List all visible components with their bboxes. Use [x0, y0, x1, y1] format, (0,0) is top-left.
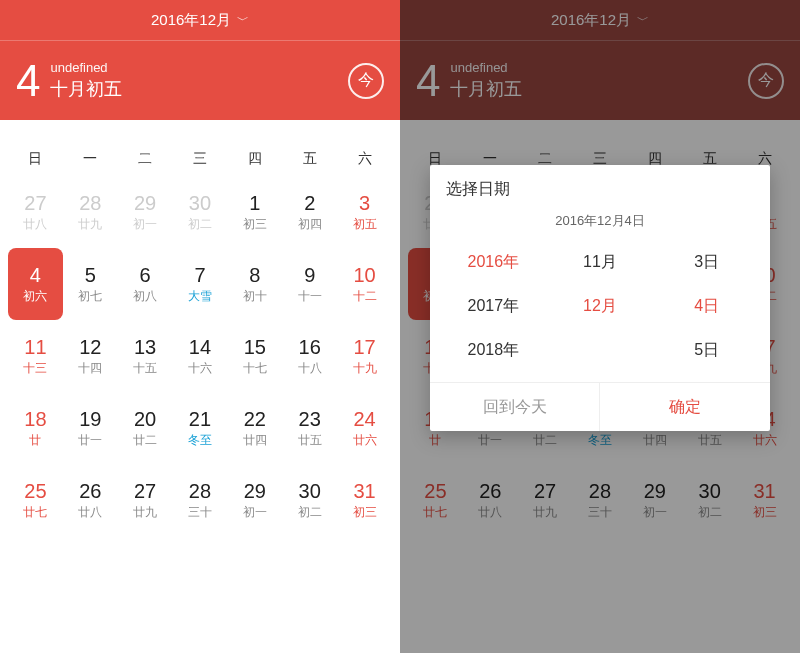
- day-subtitle: 廿二: [133, 432, 157, 449]
- day-number: 24: [353, 408, 375, 430]
- calendar-header: 2016年12月 ﹀ 4 undefined 十月初五 今: [0, 0, 400, 120]
- weekday-header: 日一二三四五六: [0, 120, 400, 176]
- day-number: 22: [244, 408, 266, 430]
- calendar-cell[interactable]: 6初八: [118, 248, 173, 320]
- picker-option[interactable]: 2016年: [440, 240, 547, 284]
- month-title-bar[interactable]: 2016年12月 ﹀: [0, 0, 400, 40]
- calendar-cell[interactable]: 7大雪: [173, 248, 228, 320]
- calendar-cell[interactable]: 11十三: [8, 320, 63, 392]
- picker-option[interactable]: 12月: [547, 284, 654, 328]
- day-subtitle: 十五: [133, 360, 157, 377]
- day-subtitle: 十八: [298, 360, 322, 377]
- calendar-cell[interactable]: 30初二: [173, 176, 228, 248]
- date-picker-wheels[interactable]: 2016年2017年2018年11月12月.3日4日5日: [430, 240, 770, 382]
- weekday-label: 六: [337, 150, 392, 168]
- today-button-label: 今: [358, 70, 374, 91]
- calendar-cell[interactable]: 29初一: [118, 176, 173, 248]
- day-subtitle: 十二: [353, 288, 377, 305]
- today-row: 4 undefined 十月初五 今: [0, 40, 400, 120]
- day-number: 15: [244, 336, 266, 358]
- lunar-block: undefined 十月初五: [50, 59, 122, 102]
- calendar-cell[interactable]: 2初四: [282, 176, 337, 248]
- day-number: 28: [189, 480, 211, 502]
- calendar-cell[interactable]: 14十六: [173, 320, 228, 392]
- calendar-cell[interactable]: 9十一: [282, 248, 337, 320]
- calendar-cell[interactable]: 10十二: [337, 248, 392, 320]
- calendar-cell[interactable]: 22廿四: [227, 392, 282, 464]
- day-number: 18: [24, 408, 46, 430]
- lunar-date: 十月初五: [50, 77, 122, 102]
- day-number: 12: [79, 336, 101, 358]
- day-number: 19: [79, 408, 101, 430]
- day-wheel[interactable]: 3日4日5日: [653, 240, 760, 372]
- day-number: 26: [79, 480, 101, 502]
- calendar-cell[interactable]: 8初十: [227, 248, 282, 320]
- calendar-cell[interactable]: 21冬至: [173, 392, 228, 464]
- calendar-cell[interactable]: 24廿六: [337, 392, 392, 464]
- calendar-cell[interactable]: 28廿九: [63, 176, 118, 248]
- day-number: 31: [353, 480, 375, 502]
- calendar-cell[interactable]: 25廿七: [8, 464, 63, 536]
- calendar-cell[interactable]: 30初二: [282, 464, 337, 536]
- month-wheel[interactable]: 11月12月.: [547, 240, 654, 372]
- day-subtitle: 大雪: [188, 288, 212, 305]
- day-number: 23: [299, 408, 321, 430]
- picker-option[interactable]: 11月: [547, 240, 654, 284]
- year-wheel[interactable]: 2016年2017年2018年: [440, 240, 547, 372]
- day-number: 10: [353, 264, 375, 286]
- weekday-label: 三: [173, 150, 228, 168]
- calendar-cell[interactable]: 19廿一: [63, 392, 118, 464]
- calendar-cell[interactable]: 15十七: [227, 320, 282, 392]
- calendar-cell[interactable]: 26廿八: [63, 464, 118, 536]
- calendar-cell[interactable]: 29初一: [227, 464, 282, 536]
- calendar-cell[interactable]: 17十九: [337, 320, 392, 392]
- month-title: 2016年12月: [151, 11, 231, 30]
- calendar-cell[interactable]: 23廿五: [282, 392, 337, 464]
- modal-footer: 回到今天 确定: [430, 382, 770, 431]
- day-number: 16: [299, 336, 321, 358]
- day-number: 4: [30, 264, 41, 286]
- back-to-today-button[interactable]: 回到今天: [430, 383, 600, 431]
- day-subtitle: 廿八: [78, 504, 102, 521]
- calendar-cell[interactable]: 1初三: [227, 176, 282, 248]
- today-button[interactable]: 今: [348, 63, 384, 99]
- confirm-button[interactable]: 确定: [600, 383, 770, 431]
- day-subtitle: 廿: [29, 432, 41, 449]
- day-number: 20: [134, 408, 156, 430]
- day-subtitle: 初七: [78, 288, 102, 305]
- day-number: 6: [140, 264, 151, 286]
- calendar-cell[interactable]: 16十八: [282, 320, 337, 392]
- calendar-cell[interactable]: 3初五: [337, 176, 392, 248]
- day-number: 27: [24, 192, 46, 214]
- calendar-cell[interactable]: 4初六: [8, 248, 63, 320]
- picker-option[interactable]: 4日: [653, 284, 760, 328]
- picker-option[interactable]: 5日: [653, 328, 760, 372]
- day-number: 25: [24, 480, 46, 502]
- calendar-cell[interactable]: 5初七: [63, 248, 118, 320]
- calendar-cell[interactable]: 27廿九: [118, 464, 173, 536]
- calendar-cell[interactable]: 27廿八: [8, 176, 63, 248]
- weekday-label: 四: [227, 150, 282, 168]
- calendar-cell[interactable]: 13十五: [118, 320, 173, 392]
- day-subtitle: 十一: [298, 288, 322, 305]
- picker-option[interactable]: 3日: [653, 240, 760, 284]
- modal-current-date: 2016年12月4日: [430, 208, 770, 240]
- day-number: 14: [189, 336, 211, 358]
- calendar-cell[interactable]: 18廿: [8, 392, 63, 464]
- day-subtitle: 初四: [298, 216, 322, 233]
- day-subtitle: 初二: [298, 504, 322, 521]
- day-subtitle: 初三: [243, 216, 267, 233]
- picker-option[interactable]: 2017年: [440, 284, 547, 328]
- day-number: 27: [134, 480, 156, 502]
- day-subtitle: 十四: [78, 360, 102, 377]
- day-subtitle: 初十: [243, 288, 267, 305]
- calendar-cell[interactable]: 31初三: [337, 464, 392, 536]
- day-subtitle: 十三: [23, 360, 47, 377]
- calendar-cell[interactable]: 12十四: [63, 320, 118, 392]
- calendar-cell[interactable]: 20廿二: [118, 392, 173, 464]
- calendar-cell[interactable]: 28三十: [173, 464, 228, 536]
- weekday-label: 日: [8, 150, 63, 168]
- picker-option[interactable]: 2018年: [440, 328, 547, 372]
- day-number: 13: [134, 336, 156, 358]
- picker-option[interactable]: .: [547, 328, 654, 372]
